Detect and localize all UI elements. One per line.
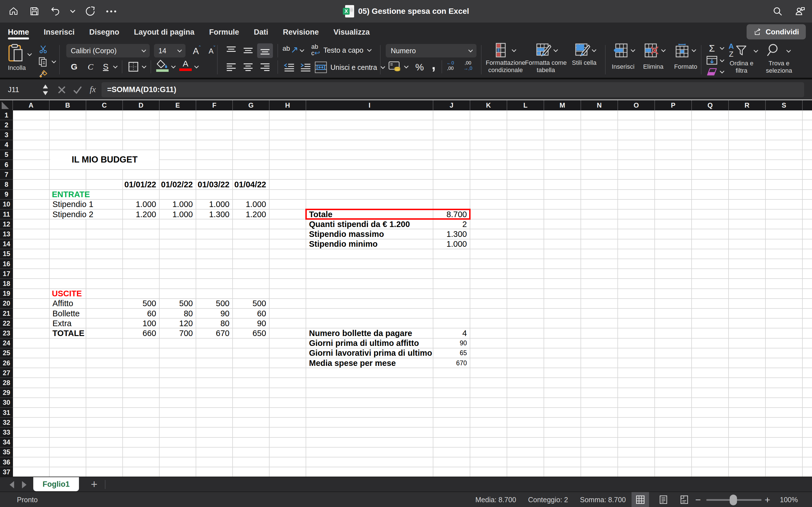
cell-Q1[interactable]	[692, 110, 729, 120]
cell-Q11[interactable]	[692, 210, 729, 219]
cell-value-D10[interactable]: 1.000	[123, 200, 159, 209]
cell-G2[interactable]	[233, 120, 269, 130]
cell-A23[interactable]	[13, 328, 50, 338]
wrap-text-button[interactable]: ab c↩ Testo a capo	[311, 44, 372, 57]
row-header-1[interactable]: 1	[0, 110, 13, 120]
autosum-chevron-icon[interactable]	[719, 47, 725, 50]
cell-C25[interactable]	[86, 348, 123, 358]
cell-K19[interactable]	[470, 289, 507, 299]
cell-K37[interactable]	[470, 467, 507, 477]
font-size-select[interactable]: 14	[154, 44, 186, 57]
cell-value-D21[interactable]: 60	[123, 309, 159, 318]
cell-B12[interactable]	[50, 219, 86, 229]
cell-value-F22[interactable]: 80	[196, 319, 232, 328]
cell-G27[interactable]	[233, 368, 269, 378]
cell-I35[interactable]	[306, 448, 434, 457]
cell-O18[interactable]	[618, 279, 655, 289]
cell-K1[interactable]	[470, 110, 507, 120]
cell-G32[interactable]	[233, 418, 269, 428]
cell-Q29[interactable]	[692, 388, 729, 398]
cell-R11[interactable]	[729, 210, 766, 219]
cell-J20[interactable]	[434, 299, 470, 309]
cell-I5[interactable]	[306, 150, 434, 160]
cell-value-G23[interactable]: 650	[233, 329, 269, 338]
cell-C8[interactable]	[86, 180, 123, 189]
cell-F35[interactable]	[196, 448, 233, 457]
row-header-15[interactable]: 15	[0, 249, 13, 259]
increase-decimal-button[interactable]: ←0,00	[447, 60, 454, 71]
select-all-corner[interactable]	[0, 100, 13, 110]
cell-M5[interactable]	[544, 150, 581, 160]
cell-L33[interactable]	[507, 428, 544, 438]
cell-K32[interactable]	[470, 418, 507, 428]
cell-B2[interactable]	[50, 120, 86, 130]
cell-extra-6[interactable]	[803, 160, 812, 170]
cell-P8[interactable]	[655, 180, 692, 189]
conditional-formatting-button[interactable]	[495, 43, 510, 57]
cell-R14[interactable]	[729, 239, 766, 249]
cell-I3[interactable]	[306, 130, 434, 140]
cell-C29[interactable]	[86, 388, 123, 398]
cell-J8[interactable]	[434, 180, 470, 189]
tab-formule[interactable]: Formule	[209, 22, 239, 42]
cell-A1[interactable]	[13, 110, 50, 120]
cell-I9[interactable]	[306, 190, 434, 200]
cell-Q31[interactable]	[692, 408, 729, 418]
cell-C26[interactable]	[86, 358, 123, 368]
row-header-5[interactable]: 5	[0, 150, 13, 160]
cell-A15[interactable]	[13, 249, 50, 259]
cell-C31[interactable]	[86, 408, 123, 418]
cell-J16[interactable]	[434, 259, 470, 269]
cell-G15[interactable]	[233, 249, 269, 259]
search-icon[interactable]	[771, 5, 784, 17]
cell-H11[interactable]	[269, 210, 306, 219]
cell-H31[interactable]	[269, 408, 306, 418]
cell-E2[interactable]	[160, 120, 196, 130]
cell-J37[interactable]	[434, 467, 470, 477]
cell-extra-16[interactable]	[803, 259, 812, 269]
cell-Q26[interactable]	[692, 358, 729, 368]
cell-F7[interactable]	[196, 170, 233, 180]
row-header-20[interactable]: 20	[0, 299, 13, 309]
cell-A14[interactable]	[13, 239, 50, 249]
cell-H21[interactable]	[269, 309, 306, 319]
cell-D35[interactable]	[123, 448, 160, 457]
cell-D27[interactable]	[123, 368, 160, 378]
cell-S26[interactable]	[766, 358, 803, 368]
cell-value-F10[interactable]: 1.000	[196, 200, 232, 209]
cell-E27[interactable]	[160, 368, 196, 378]
font-color-chevron-icon[interactable]	[194, 65, 199, 68]
cell-B26[interactable]	[50, 358, 86, 368]
cell-H32[interactable]	[269, 418, 306, 428]
cell-K28[interactable]	[470, 378, 507, 388]
cell-extra-19[interactable]	[803, 289, 812, 299]
cell-S34[interactable]	[766, 438, 803, 448]
cell-P16[interactable]	[655, 259, 692, 269]
cell-S36[interactable]	[766, 457, 803, 467]
cell-value-J23[interactable]: 4	[434, 329, 470, 338]
cell-K15[interactable]	[470, 249, 507, 259]
cell-C23[interactable]	[86, 328, 123, 338]
cell-O19[interactable]	[618, 289, 655, 299]
cell-P9[interactable]	[655, 190, 692, 200]
cell-Q24[interactable]	[692, 339, 729, 348]
cell-M4[interactable]	[544, 140, 581, 150]
cell-P14[interactable]	[655, 239, 692, 249]
cell-E35[interactable]	[160, 448, 196, 457]
cell-S16[interactable]	[766, 259, 803, 269]
cell-C16[interactable]	[86, 259, 123, 269]
cell-K24[interactable]	[470, 339, 507, 348]
find-select-button[interactable]	[766, 43, 781, 57]
delete-cells-button[interactable]	[644, 43, 659, 57]
prev-sheet-icon[interactable]	[10, 481, 14, 489]
cell-D2[interactable]	[123, 120, 160, 130]
cell-value-E10[interactable]: 1.000	[160, 200, 196, 209]
cell-N3[interactable]	[581, 130, 618, 140]
cell-A29[interactable]	[13, 388, 50, 398]
cell-K16[interactable]	[470, 259, 507, 269]
cell-D33[interactable]	[123, 428, 160, 438]
cell-L5[interactable]	[507, 150, 544, 160]
cell-O37[interactable]	[618, 467, 655, 477]
cell-S11[interactable]	[766, 210, 803, 219]
cell-M9[interactable]	[544, 190, 581, 200]
